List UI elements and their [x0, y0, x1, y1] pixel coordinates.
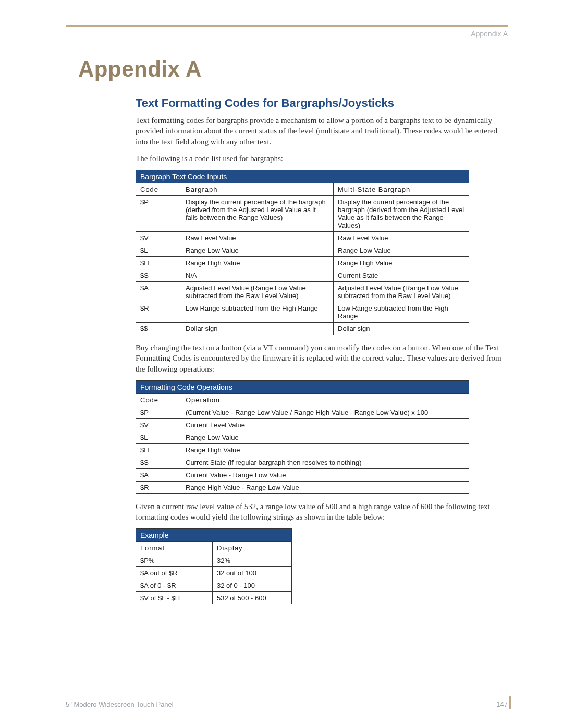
table-row: $LRange Low ValueRange Low Value — [136, 244, 469, 257]
footer-doc-title: 5" Modero Widescreen Touch Panel — [66, 700, 174, 708]
body: Text formatting codes for bargraphs prov… — [78, 115, 506, 604]
column-header: Bargraph — [181, 183, 334, 196]
table-title: Formatting Code Operations — [136, 380, 469, 393]
page-number: 147 — [496, 700, 508, 708]
table-row: $A of 0 - $R32 of 0 - 100 — [136, 579, 292, 592]
table-row: $LRange Low Value — [136, 431, 469, 443]
table-row: $V of $L - $H532 of 500 - 600 — [136, 592, 292, 604]
table-row: $RLow Range subtracted from the High Ran… — [136, 302, 469, 323]
table-row: $P(Current Value - Range Low Value / Ran… — [136, 406, 469, 418]
column-header: Display — [213, 542, 292, 554]
table-row: $P%32% — [136, 554, 292, 567]
table-row: $RRange High Value - Range Low Value — [136, 481, 469, 493]
operations-table: Formatting Code Operations Code Operatio… — [136, 380, 469, 494]
footer: 5" Modero Widescreen Touch Panel 147 — [66, 698, 508, 708]
table-row: $VRaw Level ValueRaw Level Value — [136, 232, 469, 244]
paragraph: Given a current raw level value of 532, … — [136, 501, 506, 523]
table-row: $VCurrent Level Value — [136, 418, 469, 431]
header-rule — [66, 25, 508, 27]
table-row: $PDisplay the current percentage of the … — [136, 196, 469, 232]
page: Appendix A Appendix A Text Formatting Co… — [0, 0, 563, 728]
running-header: Appendix A — [78, 30, 508, 38]
table-row: $AAdjusted Level Value (Range Low Value … — [136, 282, 469, 302]
table-title: Bargraph Text Code Inputs — [136, 170, 469, 183]
example-table: Example Format Display $P%32% $A out of … — [136, 528, 292, 604]
table-row: $$Dollar signDollar sign — [136, 323, 469, 335]
table-title: Example — [136, 529, 292, 542]
paragraph: Buy changing the text on a button (via a… — [136, 342, 506, 374]
column-header: Code — [136, 183, 181, 196]
paragraph: The following is a code list used for ba… — [136, 153, 506, 164]
table-row: $HRange High Value — [136, 443, 469, 456]
column-header: Operation — [181, 393, 469, 406]
table-row: $HRange High ValueRange High Value — [136, 257, 469, 269]
paragraph: Text formatting codes for bargraphs prov… — [136, 115, 506, 147]
column-header: Code — [136, 393, 181, 406]
table-row: $SN/ACurrent State — [136, 269, 469, 282]
table-row: $ACurrent Value - Range Low Value — [136, 468, 469, 481]
footer-accent — [509, 696, 511, 709]
table-row: $A out of $R32 out of 100 — [136, 567, 292, 579]
column-header: Multi-State Bargraph — [334, 183, 469, 196]
bargraph-codes-table: Bargraph Text Code Inputs Code Bargraph … — [136, 170, 469, 335]
section-heading: Text Formatting Codes for Bargraphs/Joys… — [78, 96, 506, 110]
table-row: $SCurrent State (if regular bargraph the… — [136, 456, 469, 468]
column-header: Format — [136, 542, 213, 554]
page-title: Appendix A — [78, 57, 506, 82]
